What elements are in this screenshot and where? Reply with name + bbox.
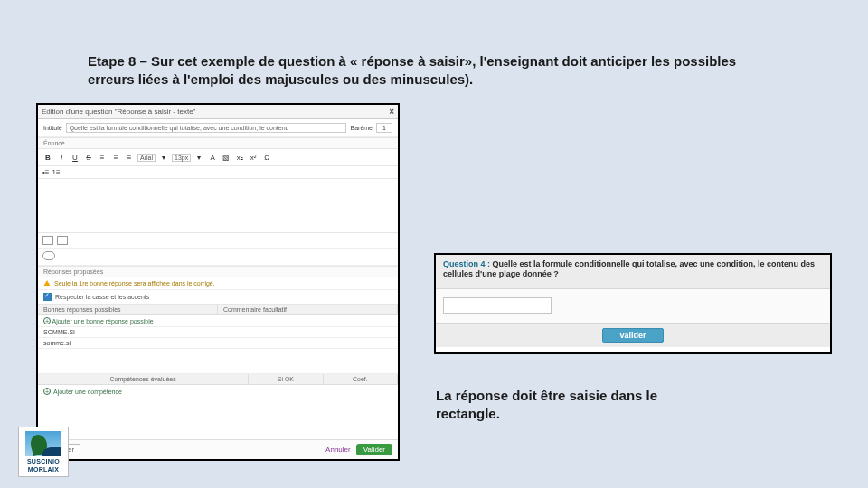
respect-case-checkbox[interactable] — [43, 293, 52, 301]
editor-panel: Edition d'une question "Réponse à saisir… — [36, 103, 400, 461]
align-right-icon[interactable]: ≡ — [124, 152, 135, 163]
preview-body — [436, 289, 830, 324]
col-coef: Coef. — [324, 374, 398, 384]
font-select[interactable]: Arial — [137, 154, 156, 162]
omega-icon[interactable]: Ω — [261, 152, 272, 163]
info-line: Seule la 1re bonne réponse sera affichée… — [38, 277, 398, 290]
logo-text-1: SUSCINIO — [27, 458, 60, 465]
bareme-label: Barème — [350, 125, 373, 131]
number-list-icon[interactable]: 1≡ — [52, 168, 60, 176]
audio-icon[interactable] — [42, 251, 55, 260]
underline-icon[interactable]: U — [70, 152, 80, 163]
bareme-input[interactable]: 1 — [376, 123, 392, 133]
rte-editor-area[interactable] — [38, 179, 398, 233]
valider-button[interactable]: Valider — [356, 444, 392, 455]
image-icon[interactable] — [42, 236, 53, 245]
logo-text-2: MORLAIX — [28, 466, 59, 473]
intitule-row: Intitulé Quelle est la formule condition… — [38, 119, 398, 137]
align-left-icon[interactable]: ≡ — [97, 152, 108, 163]
preview-panel: Question 4 : Quelle est la formule condi… — [434, 253, 832, 354]
competences-header: Compétences évaluées Si OK Coef. — [38, 374, 398, 385]
plus-icon: + — [43, 317, 51, 324]
add-answer-row[interactable]: + Ajouter une bonne réponse possible — [38, 315, 398, 327]
rte-toolbar: B I U S ≡ ≡ ≡ Arial ▾ 13px ▾ A ▧ x₂ x² Ω — [38, 149, 398, 166]
preview-valider-button[interactable]: valider — [602, 328, 663, 343]
editor-footer: Simuler Annuler Valider — [38, 439, 398, 459]
step-heading: Etape 8 – Sur cet exemple de question à … — [88, 52, 784, 89]
highlight-icon[interactable]: ▧ — [221, 152, 231, 163]
question-number: Question 4 : — [443, 259, 490, 268]
warning-icon — [43, 280, 51, 286]
subscript-icon[interactable]: x₂ — [234, 152, 245, 163]
respect-case-row: Respecter la casse et les accents — [38, 290, 398, 305]
answers-table-header: Bonnes réponses possibles Commentaire fa… — [38, 305, 398, 315]
col-competences: Compétences évaluées — [38, 374, 249, 384]
info-text: Seule la 1re bonne réponse sera affichée… — [54, 280, 215, 286]
bold-icon[interactable]: B — [42, 152, 53, 163]
answer-input[interactable] — [443, 297, 552, 314]
rte-toolbar-row2: •≡ 1≡ — [38, 166, 398, 179]
align-center-icon[interactable]: ≡ — [110, 152, 121, 163]
dropdown-icon[interactable]: ▾ — [193, 152, 204, 163]
question-text: Quelle est la formule conditionnelle qui… — [443, 259, 815, 278]
intitule-label: Intitulé — [43, 125, 62, 131]
answer-row-2[interactable]: somme.si — [38, 338, 398, 349]
superscript-icon[interactable]: x² — [248, 152, 259, 163]
media-row — [38, 233, 398, 249]
bullet-list-icon[interactable]: •≡ — [42, 168, 49, 176]
editor-titlebar: Edition d'une question "Réponse à saisir… — [38, 105, 398, 119]
answer-row-1[interactable]: SOMME.SI — [38, 327, 398, 338]
reponses-section-label: Réponses proposées — [38, 266, 398, 277]
col-siok: Si OK — [249, 374, 323, 384]
enonce-section-label: Énoncé — [38, 137, 398, 149]
logo-graphic — [25, 431, 61, 456]
add-competence-label: Ajouter une compétence — [53, 389, 122, 395]
close-icon[interactable]: × — [389, 107, 394, 117]
spacer — [38, 349, 398, 374]
caption-text: La réponse doit être saisie dans le rect… — [436, 387, 707, 424]
strike-icon[interactable]: S — [83, 152, 94, 163]
size-select[interactable]: 13px — [172, 154, 191, 162]
respect-case-label: Respecter la casse et les accents — [55, 294, 149, 300]
plus-icon: + — [43, 388, 51, 395]
sound-row — [38, 249, 398, 266]
col-bonnes-reponses: Bonnes réponses possibles — [38, 305, 218, 314]
text-color-icon[interactable]: A — [207, 152, 218, 163]
col-commentaire: Commentaire facultatif — [218, 305, 398, 314]
dropdown-icon[interactable]: ▾ — [158, 152, 169, 163]
image-icon[interactable] — [57, 236, 68, 245]
intitule-input[interactable]: Quelle est la formule conditionnelle qui… — [66, 123, 347, 133]
add-competence-row[interactable]: + Ajouter une compétence — [38, 385, 398, 398]
add-answer-label: Ajouter une bonne réponse possible — [52, 318, 154, 324]
suscinio-logo: SUSCINIO MORLAIX — [18, 427, 69, 477]
preview-question: Question 4 : Quelle est la formule condi… — [436, 255, 830, 289]
preview-footer: valider — [436, 324, 830, 347]
annuler-button[interactable]: Annuler — [326, 446, 351, 454]
editor-title: Edition d'une question "Réponse à saisir… — [42, 108, 195, 116]
italic-icon[interactable]: I — [56, 152, 67, 163]
